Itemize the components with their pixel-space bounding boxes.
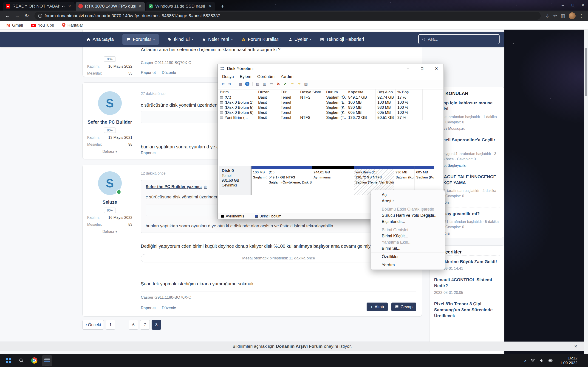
minimize-icon[interactable]: – [401, 64, 415, 73]
panes-view-icon[interactable]: ▥ [262, 81, 268, 87]
topic-title[interactable]: Turkcell Superonline'a Geçilir mi ? [434, 137, 500, 149]
col-header[interactable]: % Boş [396, 90, 423, 95]
post-timestamp[interactable]: 12 dakika önce [141, 171, 166, 175]
notification-close-icon[interactable]: ✕ [574, 344, 578, 349]
pagination-page-8-current[interactable]: 8 [152, 320, 161, 330]
tab-youtube[interactable]: ▶ READY OR NOT YABANCI EK ✕ [3, 2, 75, 10]
folder-icon[interactable]: ▱ [296, 81, 302, 87]
topic-title[interactable]: A PLAGUE TALE İNNOCENCE TÜRKÇE YAMA [434, 174, 500, 186]
reload-icon[interactable]: ↻ [23, 12, 31, 20]
wifi-icon[interactable] [531, 358, 535, 363]
audio-playing-icon[interactable] [61, 4, 65, 8]
menu-item-format[interactable]: Biçimlendir... [371, 219, 445, 225]
tab-close-icon[interactable]: ✕ [138, 4, 142, 8]
post-author-name[interactable]: Sefer the PC Builder [87, 119, 132, 125]
menu-item-help[interactable]: Yardım [371, 262, 445, 268]
minimize-icon[interactable]: – [558, 0, 568, 10]
edit-link[interactable]: Düzenle [162, 306, 176, 310]
help-icon[interactable]: ? [245, 82, 250, 86]
nav-forums[interactable]: Forumlar ▾ [122, 34, 159, 45]
disk0-header[interactable]: Disk 0 Temel 931,50 GB Çevrimiçi [219, 166, 251, 195]
table-view-icon[interactable]: ▦ [237, 81, 243, 87]
list-view-icon[interactable]: ▤ [303, 81, 309, 87]
menu-help[interactable]: Yardım [277, 74, 296, 79]
taskbar-clock[interactable]: 16:12 1.09.2022 [558, 356, 580, 365]
topic-category[interactable]: Mouse / Mousepad [434, 127, 500, 131]
back-icon[interactable]: ⇦ [220, 81, 226, 87]
start-button[interactable] [3, 355, 14, 366]
menu-item-change-letter[interactable]: Sürücü Harfi ve Yolu Değiştir... [371, 212, 445, 219]
volume-row[interactable]: Yeni Birim (... Basit Temel NTFS Sağlam … [218, 115, 443, 120]
close-icon[interactable]: ✕ [429, 64, 443, 73]
forward-icon[interactable]: ⇨ [227, 81, 233, 87]
site-info-icon[interactable]: i [38, 14, 42, 18]
menu-item-shrink[interactable]: Birimi Küçült... [371, 233, 445, 239]
taskbar-disk-management[interactable] [42, 355, 52, 366]
report-link[interactable]: Rapor et [141, 306, 156, 310]
tab-close-icon[interactable]: ✕ [67, 4, 72, 8]
console-icon[interactable]: ▭ [268, 81, 275, 87]
show-desktop-button[interactable] [584, 356, 586, 365]
pagination-page-1[interactable]: 1 [106, 320, 115, 330]
delete-icon[interactable]: ✖ [275, 81, 281, 87]
volume-row[interactable]: (Disk 0 Bölüm 6) Basit Temel Sağlam (K..… [218, 110, 443, 115]
volume-icon[interactable] [539, 358, 544, 363]
quote-expand-icon[interactable]: ⊕ [204, 185, 207, 189]
menu-view[interactable]: Görünüm [254, 74, 277, 79]
more-toggle[interactable]: Dahası▾ [103, 229, 117, 234]
reply-button[interactable]: Cevap [391, 302, 416, 311]
menu-action[interactable]: Eylem [237, 74, 254, 79]
bookmark-star-icon[interactable]: ☆ [552, 12, 559, 20]
post-timestamp[interactable]: 27 dakika önce [141, 92, 166, 96]
scrollbar[interactable] [584, 30, 588, 354]
battery-icon[interactable] [548, 358, 553, 363]
partition-c[interactable]: (C:) 549,17 GB NTFS Sağlam (Önyükleme, D… [267, 166, 312, 195]
scrollbar-thumb[interactable] [585, 48, 587, 96]
search-input[interactable] [428, 37, 488, 42]
profile-avatar[interactable] [569, 12, 576, 19]
back-icon[interactable]: ← [3, 12, 12, 20]
avatar[interactable]: S [98, 171, 122, 195]
new-tab-button[interactable]: + [219, 2, 226, 10]
check-icon[interactable]: ✔ [282, 81, 288, 87]
volume-row[interactable]: (Disk 0 Bölüm 1) Basit Temel Sağlam (E..… [218, 100, 443, 105]
forum-search[interactable] [418, 34, 500, 44]
col-header[interactable]: Birim [218, 90, 256, 95]
bookmark-maps[interactable]: Haritalar [62, 23, 83, 28]
details-view-icon[interactable]: ▤ [255, 81, 261, 87]
report-link[interactable]: Rapor et [141, 151, 156, 155]
partition-efi[interactable]: 100 MB Sağlam (EFI Sistem Bölümü) [251, 166, 267, 195]
side-panel-icon[interactable]: ▥ [560, 12, 566, 20]
col-header[interactable]: Düzen [256, 90, 279, 95]
recent-title[interactable]: Renault 4CONTROL Sistemi Nedir? [434, 277, 500, 289]
address-bar[interactable]: i forum.donanimarsivi.com/konu/rtx-3070-… [35, 12, 541, 20]
bookmark-youtube[interactable]: ▶ YouTube [31, 23, 54, 28]
volume-row[interactable]: (C:) Basit Temel NTFS Sağlam (Ö... 549,1… [218, 95, 443, 100]
quote-button[interactable]: +Alıntı [367, 302, 388, 311]
menu-item-delete-volume[interactable]: Birim Sil... [371, 245, 445, 252]
nav-tech-news[interactable]: Teknoloji Haberleri [320, 37, 364, 42]
nav-rules[interactable]: Forum Kuralları [242, 37, 279, 42]
quote-header[interactable]: Sefer the PC Builder yazmış:⊕ [146, 184, 207, 189]
url-text[interactable]: forum.donanimarsivi.com/konu/rtx-3070-14… [44, 13, 220, 18]
recent-title[interactable]: Pixel 8'in Tensor 3 Çipi Samsung'un 3nm … [434, 301, 500, 319]
taskbar-search[interactable] [16, 355, 27, 366]
bookmark-gmail[interactable]: M Gmail [6, 23, 23, 28]
nav-second-hand[interactable]: İkinci El ▾ [168, 37, 193, 42]
maximize-icon[interactable]: □ [568, 0, 578, 10]
pagination-page-6[interactable]: 6 [129, 320, 138, 330]
menu-item-explore[interactable]: Araştır [371, 198, 445, 204]
taskbar-chrome[interactable] [29, 355, 40, 366]
post-author-name[interactable]: Seluze [103, 200, 117, 205]
topic-title[interactable]: Laptop için kablosuz mouse önerisi [434, 100, 500, 112]
pagination-prev[interactable]: ‹ Önceki [82, 320, 104, 330]
topic-category[interactable]: İnternet Sağlayıcılar [434, 164, 500, 168]
forward-icon[interactable]: → [13, 12, 22, 20]
nav-whats-new[interactable]: Neler Yeni ▾ [202, 37, 233, 42]
maximize-icon[interactable]: □ [415, 64, 429, 73]
report-link[interactable]: Rapor et [141, 70, 156, 75]
pagination-page-7[interactable]: 7 [140, 320, 150, 330]
install-icon[interactable]: ⇩ [544, 12, 551, 20]
volume-row[interactable]: (Disk 0 Bölüm 5) Basit Temel Sağlam (K..… [218, 105, 443, 110]
browser-menu-icon[interactable]: ⋮ [578, 12, 585, 20]
